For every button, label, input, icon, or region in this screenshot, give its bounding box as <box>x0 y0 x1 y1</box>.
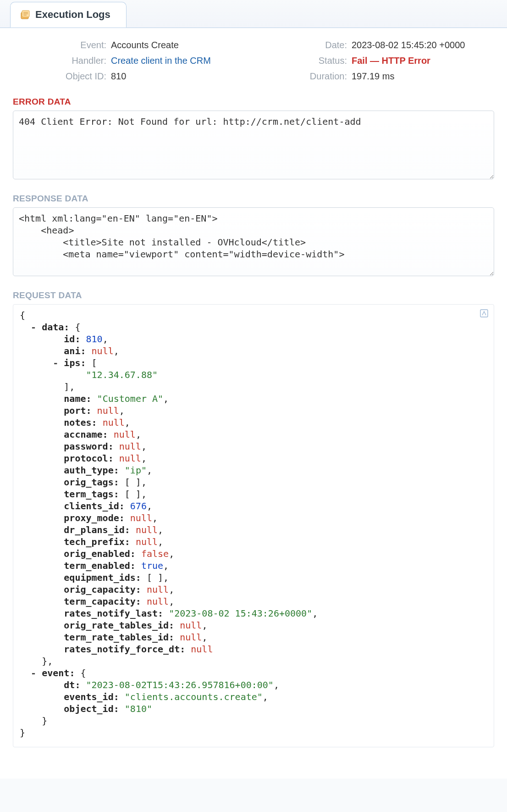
meta-value: 810 <box>111 68 126 84</box>
section-heading: RESPONSE DATA <box>13 194 494 204</box>
meta-label: Duration: <box>260 68 352 84</box>
log-icon <box>21 10 31 20</box>
handler-link[interactable]: Create client in the CRM <box>111 53 211 68</box>
status-badge: Fail — HTTP Error <box>352 53 430 68</box>
section-request-data: REQUEST DATA { - data: { id: 810, ani: n… <box>13 290 494 747</box>
json-collapse-toggle[interactable]: - <box>53 357 58 368</box>
meta-value: Accounts Create <box>111 37 179 53</box>
section-error-data: ERROR DATA <box>13 97 494 181</box>
svg-rect-2 <box>480 310 488 317</box>
json-tool-icon[interactable] <box>479 308 489 320</box>
meta-label: Object ID: <box>19 68 111 84</box>
meta-status: Status: Fail — HTTP Error <box>260 53 488 68</box>
meta-date: Date: 2023-08-02 15:45:20 +0000 <box>260 37 488 53</box>
meta-object-id: Object ID: 810 <box>19 68 247 84</box>
response-data-textarea[interactable] <box>13 207 494 276</box>
tab-execution-logs[interactable]: Execution Logs <box>10 2 127 28</box>
json-collapse-toggle[interactable]: - <box>31 322 36 333</box>
meta-label: Handler: <box>19 53 111 68</box>
meta-duration: Duration: 197.19 ms <box>260 68 488 84</box>
error-data-textarea[interactable] <box>13 111 494 179</box>
section-heading: REQUEST DATA <box>13 290 494 300</box>
meta-event: Event: Accounts Create <box>19 37 247 53</box>
section-heading: ERROR DATA <box>13 97 494 107</box>
meta-label: Status: <box>260 53 352 68</box>
meta-label: Event: <box>19 37 111 53</box>
log-meta: Event: Accounts Create Handler: Create c… <box>13 37 494 84</box>
request-data-json: { - data: { id: 810, ani: null, - ips: [… <box>20 309 487 739</box>
json-collapse-toggle[interactable]: - <box>31 667 36 679</box>
meta-value: 2023-08-02 15:45:20 +0000 <box>352 37 465 53</box>
meta-handler: Handler: Create client in the CRM <box>19 53 247 68</box>
request-data-panel: { - data: { id: 810, ani: null, - ips: [… <box>13 304 494 747</box>
section-response-data: RESPONSE DATA <box>13 194 494 278</box>
meta-value: 197.19 ms <box>352 68 394 84</box>
tab-label: Execution Logs <box>35 9 110 21</box>
meta-label: Date: <box>260 37 352 53</box>
